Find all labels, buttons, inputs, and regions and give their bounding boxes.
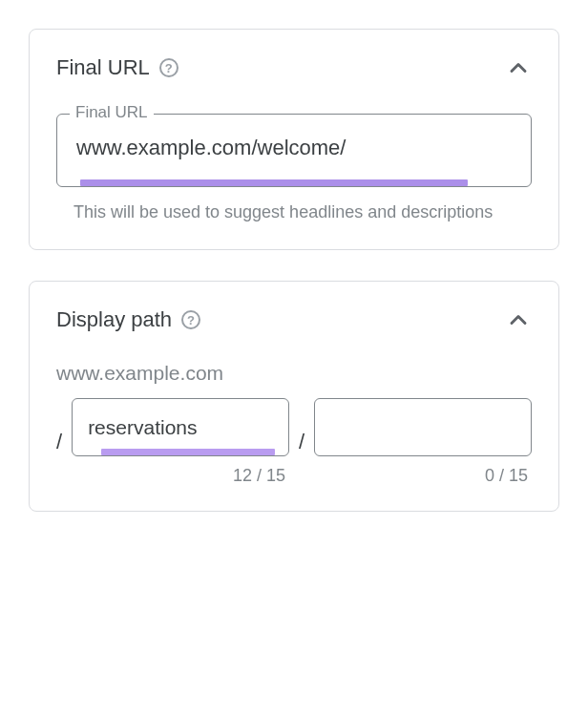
display-path-card: Display path ? www.example.com / 12 / 15…	[29, 281, 559, 512]
display-path-title: Display path	[56, 307, 172, 332]
display-path-row: / 12 / 15 / 0 / 15	[56, 398, 532, 486]
chevron-up-icon[interactable]	[505, 54, 532, 81]
final-url-input[interactable]	[57, 115, 531, 179]
path-separator: /	[299, 430, 304, 454]
path1-accent	[101, 449, 275, 455]
final-url-card: Final URL ? Final URL This will be used …	[29, 29, 559, 250]
path2-accent	[344, 449, 517, 455]
final-url-field: Final URL	[56, 114, 532, 187]
chevron-up-icon[interactable]	[505, 306, 532, 333]
path2-counter: 0 / 15	[314, 466, 532, 486]
display-path-input-1[interactable]	[73, 399, 288, 449]
card-header: Final URL ?	[56, 54, 532, 81]
final-url-accent	[80, 179, 468, 186]
card-header: Display path ?	[56, 306, 532, 333]
help-icon[interactable]: ?	[159, 58, 178, 77]
display-path-domain: www.example.com	[56, 362, 532, 385]
final-url-float-label: Final URL	[70, 103, 154, 122]
final-url-title: Final URL	[56, 55, 150, 80]
help-icon[interactable]: ?	[181, 310, 200, 329]
final-url-helper: This will be used to suggest headlines a…	[56, 200, 532, 224]
display-path-input-2[interactable]	[315, 399, 531, 449]
path1-counter: 12 / 15	[72, 466, 289, 486]
path-separator: /	[56, 430, 62, 454]
